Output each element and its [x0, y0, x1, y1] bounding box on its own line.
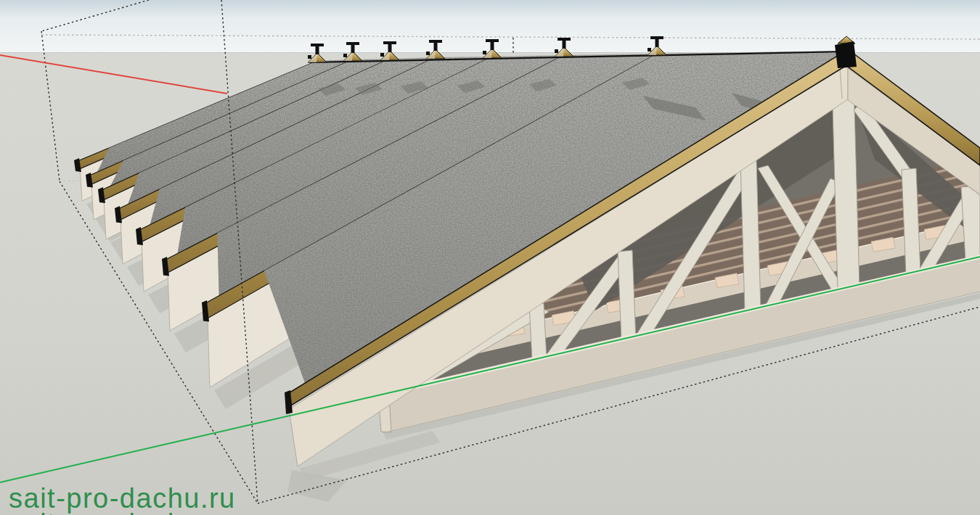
apex-cap-bar [429, 40, 442, 43]
apex-cap-nub [555, 49, 558, 53]
apex-cap-bar [486, 39, 499, 42]
apex-cap-bar [346, 42, 359, 45]
apex-cap-bar [558, 38, 571, 41]
front-apex-cap [835, 41, 857, 68]
apex-cap-nub [343, 54, 347, 57]
sketchup-scene: sait-pro-dachu.ru sait-pro-dachu.ru [0, 0, 980, 515]
apex-cap-bar [383, 41, 396, 44]
apex-cap-nub [483, 51, 486, 54]
apex-cap-bar [311, 44, 324, 46]
apex-cap-nub [308, 55, 311, 59]
apex-cap-nub [426, 52, 430, 55]
sky [0, 0, 980, 53]
apex-cap-bar [650, 36, 663, 39]
truss-web-post-2 [618, 250, 636, 341]
apex-cap-nub [380, 53, 384, 57]
model-viewport[interactable]: sait-pro-dachu.ru sait-pro-dachu.ru [0, 0, 980, 515]
watermark-clipped-second-line: sait-pro-dachu.ru [9, 508, 236, 515]
apex-cap-nub [648, 48, 651, 52]
truss-web-post-1 [529, 303, 547, 360]
